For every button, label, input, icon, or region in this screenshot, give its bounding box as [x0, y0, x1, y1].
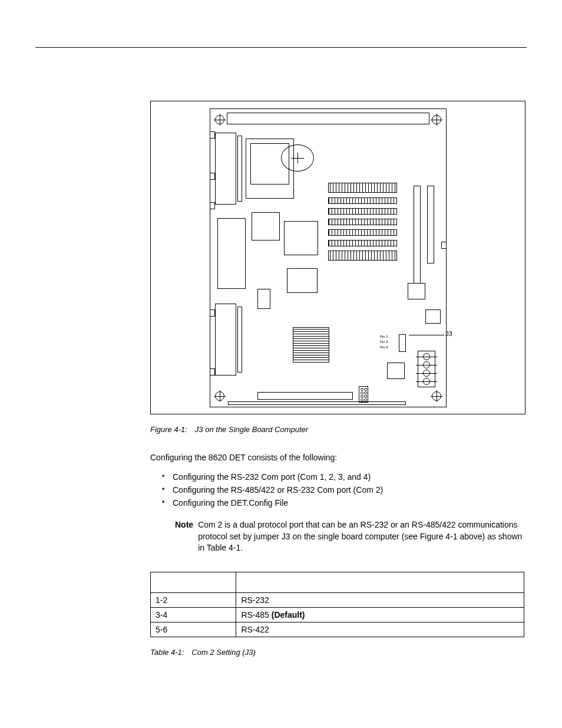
chip-rect [252, 212, 280, 241]
table-row: 1-2 RS-232 [151, 592, 524, 607]
list-item: Configuring the DET.Config File [162, 498, 524, 508]
j3-leader-line [409, 335, 444, 335]
expansion-slot [427, 186, 434, 263]
table-caption: Table 4-1: Com 2 Setting (J3) [150, 648, 524, 657]
figure-box: Pin 1 Pin 3 Pin 5 [150, 101, 525, 414]
edge-notch [441, 242, 447, 249]
ram-slot [328, 240, 397, 246]
table-cell: RS-485 (Default) [236, 607, 524, 622]
table-cell: RS-232 [236, 592, 524, 607]
note-label: Note [175, 519, 193, 554]
pin-labels: Pin 1 Pin 3 Pin 5 [380, 334, 388, 350]
connector-rect [237, 307, 242, 373]
settings-table: 1-2 RS-232 3-4 RS-485 (Default) 5-6 RS-4… [150, 572, 524, 637]
ram-slot [328, 208, 397, 215]
connector-rect [215, 133, 236, 205]
bullet-list: Configuring the RS-232 Com port (Com 1, … [150, 472, 524, 508]
expansion-slot [414, 186, 421, 299]
table-row: 5-6 RS-422 [151, 622, 524, 637]
chip-rect [287, 268, 318, 293]
table-cell: 3-4 [151, 607, 236, 622]
expansion-slot [228, 401, 406, 405]
pin-header [359, 386, 368, 403]
mount-hole-icon [215, 115, 224, 124]
jumper-j3 [399, 334, 406, 352]
power-connector [418, 351, 435, 387]
table-cell: 1-2 [151, 592, 236, 607]
expansion-slot [257, 392, 353, 400]
connector-rect [215, 304, 236, 375]
edge-notch [210, 202, 215, 209]
ram-slot [328, 219, 397, 225]
j3-label: J3 [445, 330, 452, 337]
chip-rect [387, 363, 405, 379]
edge-notch [210, 131, 215, 139]
connector-rect [237, 136, 242, 202]
figure-caption: Figure 4-1: J3 on the Single Board Compu… [150, 425, 524, 434]
ram-slot [328, 197, 397, 204]
mount-hole-icon [215, 391, 224, 401]
mount-hole-icon [432, 115, 441, 124]
board-rect [227, 113, 429, 124]
board-outline: Pin 1 Pin 3 Pin 5 [210, 108, 447, 407]
note-block: Note Com 2 is a dual protocol port that … [175, 519, 524, 554]
mount-hole-icon [432, 391, 441, 401]
ram-slot [328, 183, 397, 193]
edge-notch [210, 309, 215, 317]
intro-text: Configuring the 8620 DET consists of the… [150, 452, 524, 464]
ram-slot [328, 229, 397, 236]
top-rule [35, 47, 527, 48]
ram-slot [328, 251, 397, 261]
edge-notch [210, 173, 215, 180]
fan-icon [281, 144, 314, 172]
chip-rect [293, 327, 329, 363]
edge-notch [210, 368, 215, 375]
table-cell: 5-6 [151, 622, 236, 637]
chip-rect [425, 309, 441, 324]
list-item: Configuring the RS-232 Com port (Com 1, … [162, 472, 524, 482]
table-cell: RS-422 [236, 622, 524, 637]
chip-rect [408, 283, 425, 299]
note-text: Com 2 is a dual protocol port that can b… [198, 519, 524, 554]
table-row: 3-4 RS-485 (Default) [151, 607, 524, 622]
connector-rect [217, 218, 246, 289]
chip-rect [257, 289, 270, 309]
chip-rect [284, 221, 318, 255]
table-header [151, 572, 236, 592]
table-header [236, 572, 524, 592]
list-item: Configuring the RS-485/422 or RS-232 Com… [162, 485, 524, 495]
